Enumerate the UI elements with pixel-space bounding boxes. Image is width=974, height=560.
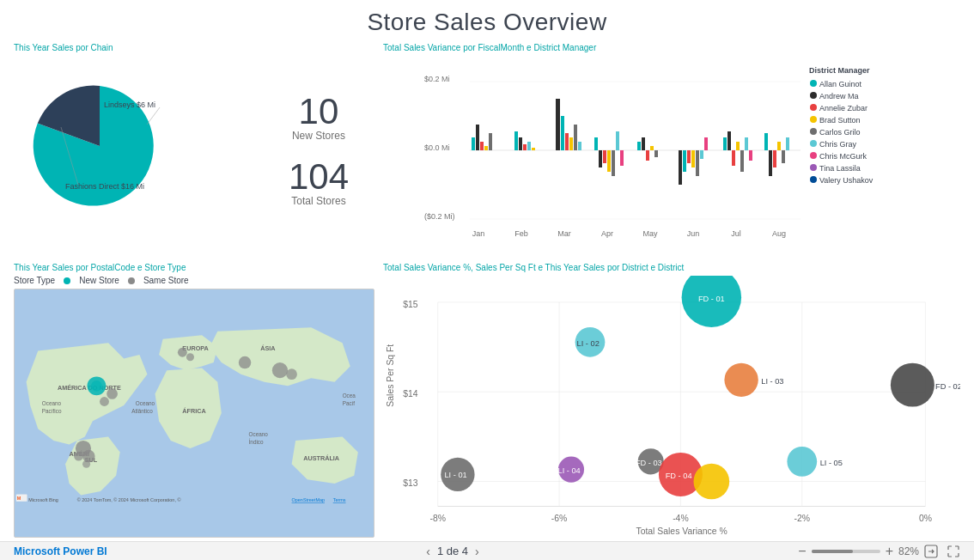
svg-text:Atlântico: Atlântico	[131, 408, 153, 414]
svg-text:Jun: Jun	[687, 229, 700, 238]
zoom-minus-icon[interactable]: −	[798, 544, 806, 559]
map-label: This Year Sales por PostalCode e Store T…	[14, 263, 374, 272]
share-icon[interactable]	[924, 545, 938, 558]
main-container: Store Sales Overview This Year Sales por…	[0, 0, 974, 560]
svg-point-77	[810, 152, 817, 159]
svg-point-103	[82, 450, 95, 463]
svg-rect-43	[654, 150, 658, 157]
bubble-li05	[787, 447, 817, 477]
map-svg: AMÉRICA DO NORTE Oceano Pacífico Oceano …	[15, 289, 374, 537]
new-store-label: New Store	[79, 276, 119, 285]
zoom-plus-icon[interactable]: +	[886, 544, 893, 559]
svg-text:Valery Ushakov: Valery Ushakov	[819, 176, 874, 185]
svg-point-106	[178, 348, 187, 357]
svg-text:$0.2 Mi: $0.2 Mi	[424, 75, 450, 83]
bottom-right-panel: Total Sales Variance %, Sales Per Sq Ft …	[383, 263, 960, 538]
left-top-panel: This Year Sales por Chain Fashions Direc…	[14, 43, 374, 258]
top-section: This Year Sales por Chain Fashions Direc…	[14, 43, 960, 258]
svg-text:AUSTRÁLIA: AUSTRÁLIA	[303, 454, 340, 462]
svg-point-79	[810, 164, 817, 171]
svg-text:LI - 03: LI - 03	[761, 377, 783, 386]
svg-rect-50	[704, 137, 708, 150]
new-stores-label: New Stores	[292, 130, 345, 142]
svg-rect-62	[782, 150, 785, 163]
svg-rect-42	[650, 146, 654, 150]
svg-point-110	[286, 368, 297, 380]
svg-rect-41	[646, 150, 649, 161]
svg-text:Allan Guinot: Allan Guinot	[819, 80, 862, 88]
page-title: Store Sales Overview	[14, 9, 960, 36]
svg-point-107	[186, 353, 194, 361]
powerbi-link[interactable]: Microsoft Power BI	[14, 545, 107, 557]
svg-text:-8%: -8%	[429, 514, 446, 523]
svg-rect-60	[773, 150, 776, 167]
left-top-charts: This Year Sales por Chain Fashions Direc…	[14, 43, 374, 258]
svg-rect-55	[740, 150, 744, 172]
svg-rect-19	[484, 146, 488, 150]
svg-text:Chris Gray: Chris Gray	[819, 140, 857, 149]
svg-point-101	[100, 397, 109, 406]
pie-chart-label: This Year Sales por Chain	[14, 43, 263, 52]
svg-point-75	[810, 140, 817, 147]
bottom-bar: Microsoft Power BI ‹ 1 de 4 › − + 82%	[0, 541, 974, 560]
next-page-button[interactable]: ›	[475, 545, 479, 558]
svg-rect-34	[603, 150, 606, 163]
svg-text:Índico: Índico	[249, 438, 264, 445]
svg-text:Total Sales Variance %: Total Sales Variance %	[636, 527, 727, 536]
bottom-left-panel: This Year Sales por PostalCode e Store T…	[14, 263, 374, 538]
svg-text:Andrew Ma: Andrew Ma	[819, 92, 859, 100]
bottom-section: This Year Sales por PostalCode e Store T…	[14, 263, 960, 538]
right-top-panel: Total Sales Variance por FiscalMonth e D…	[383, 43, 960, 258]
pagination: ‹ 1 de 4 ›	[426, 545, 479, 558]
same-store-dot	[128, 277, 135, 284]
svg-point-108	[239, 356, 252, 369]
bar-chart-label: Total Sales Variance por FiscalMonth e D…	[383, 43, 960, 52]
svg-rect-28	[565, 133, 569, 150]
svg-text:Mar: Mar	[557, 229, 571, 238]
svg-text:OpenStreetMap: OpenStreetMap	[292, 497, 325, 502]
svg-rect-52	[727, 131, 731, 150]
svg-rect-57	[749, 150, 752, 161]
scatter-label: Total Sales Variance %, Sales Per Sq Ft …	[383, 263, 960, 272]
svg-point-109	[272, 362, 288, 378]
svg-text:District Manager: District Manager	[809, 66, 870, 75]
svg-text:$14: $14	[403, 389, 418, 399]
svg-rect-23	[523, 144, 527, 150]
svg-rect-51	[723, 137, 727, 150]
svg-rect-18	[480, 142, 484, 150]
bubble-yellow	[693, 464, 729, 500]
svg-text:Pacíf: Pacíf	[343, 400, 356, 406]
svg-rect-33	[599, 150, 602, 167]
svg-text:May: May	[642, 229, 658, 238]
svg-rect-38	[620, 150, 624, 166]
pie-wrapper: Fashions Direct $16 Mi Lindseys $6 Mi	[14, 64, 186, 219]
svg-text:Chris McGurk: Chris McGurk	[819, 152, 867, 161]
svg-text:Pacífico: Pacífico	[42, 408, 62, 414]
svg-text:$13: $13	[403, 478, 418, 488]
svg-line-1	[147, 107, 160, 125]
store-type-text: Store Type	[14, 276, 55, 285]
svg-text:LI - 02: LI - 02	[577, 339, 600, 348]
svg-rect-37	[616, 131, 619, 150]
svg-rect-16	[472, 137, 475, 150]
svg-text:Aug: Aug	[772, 229, 786, 238]
fullscreen-icon[interactable]	[947, 545, 960, 558]
svg-rect-45	[683, 150, 686, 172]
zoom-bar[interactable]	[812, 550, 880, 553]
svg-text:M: M	[17, 496, 21, 501]
svg-rect-44	[679, 150, 682, 185]
svg-text:FD - 02: FD - 02	[935, 382, 960, 391]
scatter-svg: Sales Per Sq Ft $15 $14 $13	[383, 276, 960, 538]
svg-rect-31	[578, 142, 581, 150]
pie-label-fashions: Fashions Direct $16 Mi	[65, 182, 144, 191]
bubble-fd02	[891, 363, 934, 407]
svg-text:Jan: Jan	[472, 229, 485, 238]
svg-text:Feb: Feb	[514, 229, 528, 238]
svg-text:Sales Per Sq Ft: Sales Per Sq Ft	[386, 344, 395, 407]
map-container[interactable]: AMÉRICA DO NORTE Oceano Pacífico Oceano …	[14, 289, 374, 538]
zoom-fill	[812, 550, 853, 553]
svg-point-65	[810, 80, 817, 87]
svg-text:0%: 0%	[919, 514, 932, 523]
prev-page-button[interactable]: ‹	[426, 545, 430, 558]
kpi-section: 10 New Stores 104 Total Stores	[263, 43, 374, 258]
